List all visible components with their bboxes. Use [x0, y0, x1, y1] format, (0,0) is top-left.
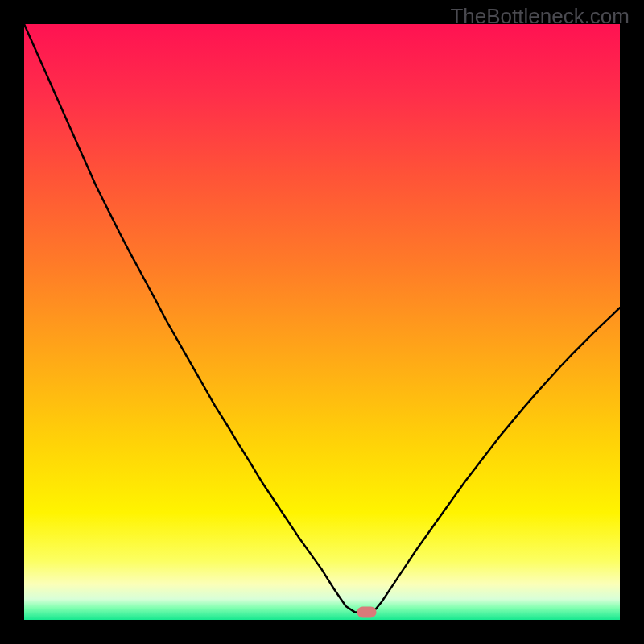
watermark-text: TheBottleneck.com: [450, 4, 630, 29]
chart-container: TheBottleneck.com: [0, 0, 644, 644]
chart-svg: [24, 24, 620, 620]
gradient-background: [24, 24, 620, 620]
optimal-marker: [357, 606, 377, 617]
plot-area: [24, 24, 620, 620]
